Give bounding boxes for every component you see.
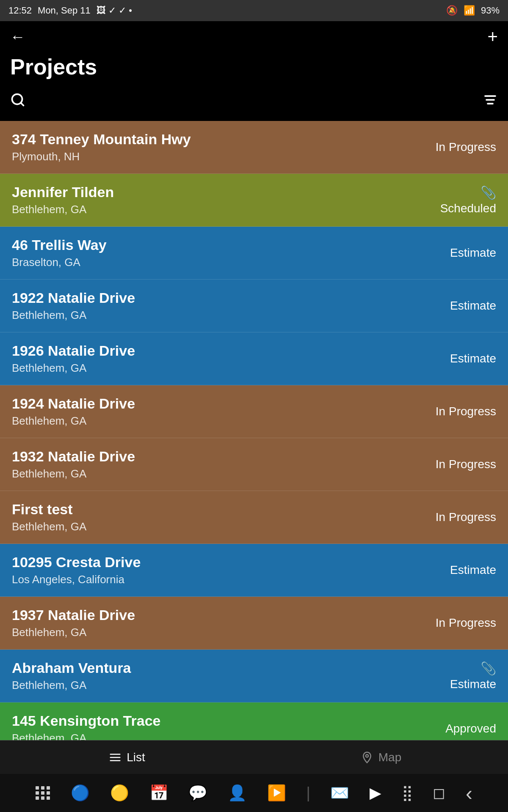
project-location: Bethlehem, GA <box>12 520 436 533</box>
list-item[interactable]: 1937 Natalie DriveBethlehem, GAIn Progre… <box>0 597 508 650</box>
project-name: 10295 Cresta Drive <box>12 554 450 571</box>
list-tab[interactable]: List <box>0 751 254 764</box>
svg-point-8 <box>366 754 368 757</box>
bottom-nav: List Map <box>0 740 508 774</box>
project-status: Estimate <box>450 246 496 260</box>
status-bar-right: 🔕 📶 93% <box>446 5 500 16</box>
project-name: 46 Trellis Way <box>12 237 450 253</box>
project-status: In Progress <box>436 140 496 154</box>
map-tab[interactable]: Map <box>254 751 508 764</box>
project-name: 374 Tenney Mountain Hwy <box>12 131 436 148</box>
wifi-icon: 📶 <box>464 5 475 16</box>
status-label: In Progress <box>436 616 496 630</box>
project-name: 1922 Natalie Drive <box>12 290 450 306</box>
page-title: Projects <box>10 50 498 88</box>
attachment-icon: 📎 <box>480 185 496 200</box>
status-label: In Progress <box>436 140 496 154</box>
header: ← + Projects <box>0 21 508 121</box>
home-icon[interactable]: ◻ <box>433 784 445 802</box>
android-nav-bar: 🔵 🟡 📅 💬 👤 ▶️ | ✉️ ▶ ⣿ ◻ ‹ <box>0 774 508 812</box>
apps-icon[interactable] <box>36 786 51 800</box>
map-tab-label: Map <box>378 751 401 764</box>
back-button[interactable]: ← <box>10 28 25 46</box>
project-name: Jennifer Tilden <box>12 184 440 200</box>
recents-icon[interactable]: ⣿ <box>402 784 413 802</box>
gmail-icon[interactable]: ✉️ <box>330 784 349 802</box>
project-location: Bethlehem, GA <box>12 626 436 639</box>
calendar-icon[interactable]: 📅 <box>149 784 168 802</box>
project-status: In Progress <box>436 510 496 524</box>
project-location: Bethlehem, GA <box>12 362 450 375</box>
contacts-icon[interactable]: 👤 <box>228 784 247 802</box>
status-label: In Progress <box>436 510 496 524</box>
project-location: Braselton, GA <box>12 256 450 269</box>
project-location: Plymouth, NH <box>12 150 436 163</box>
project-list: 374 Tenney Mountain HwyPlymouth, NHIn Pr… <box>0 121 508 755</box>
project-name: 145 Kensington Trace <box>12 713 445 729</box>
status-label: Estimate <box>450 352 496 365</box>
list-tab-label: List <box>127 751 145 764</box>
project-location: Bethlehem, GA <box>12 309 450 322</box>
project-location: Bethlehem, GA <box>12 467 436 480</box>
status-bar: 12:52 Mon, Sep 11 🖼 ✓ ✓ • 🔕 📶 93% <box>0 0 508 21</box>
project-info: First testBethlehem, GA <box>12 501 436 533</box>
project-info: 1924 Natalie DriveBethlehem, GA <box>12 395 436 428</box>
messages-icon[interactable]: 💬 <box>188 784 207 802</box>
search-bar <box>10 88 498 121</box>
project-name: Abraham Ventura <box>12 660 450 676</box>
project-info: 10295 Cresta DriveLos Angeles, Californi… <box>12 554 450 586</box>
header-top: ← + <box>10 28 498 46</box>
project-status: Estimate <box>450 299 496 313</box>
project-status: 📎Estimate <box>450 661 496 691</box>
search-icon[interactable] <box>10 92 25 111</box>
divider: | <box>306 784 310 802</box>
project-name: 1924 Natalie Drive <box>12 395 436 412</box>
project-location: Bethlehem, GA <box>12 679 450 692</box>
status-label: Estimate <box>450 299 496 313</box>
status-bar-left: 12:52 Mon, Sep 11 🖼 ✓ ✓ • <box>8 5 132 16</box>
project-name: 1937 Natalie Drive <box>12 607 436 623</box>
project-info: Abraham VenturaBethlehem, GA <box>12 660 450 692</box>
status-label: Scheduled <box>440 202 496 215</box>
youtube-icon[interactable]: ▶️ <box>267 784 286 802</box>
project-status: Estimate <box>450 563 496 577</box>
list-item[interactable]: 1932 Natalie DriveBethlehem, GAIn Progre… <box>0 438 508 491</box>
status-label: In Progress <box>436 405 496 418</box>
back-nav-icon[interactable]: ‹ <box>466 782 472 805</box>
list-item[interactable]: 1922 Natalie DriveBethlehem, GAEstimate <box>0 280 508 332</box>
list-item[interactable]: First testBethlehem, GAIn Progress <box>0 491 508 544</box>
list-item[interactable]: 374 Tenney Mountain HwyPlymouth, NHIn Pr… <box>0 121 508 174</box>
list-item[interactable]: 1926 Natalie DriveBethlehem, GAEstimate <box>0 332 508 385</box>
list-item[interactable]: Abraham VenturaBethlehem, GA📎Estimate <box>0 650 508 702</box>
add-button[interactable]: + <box>487 28 498 46</box>
list-item[interactable]: 46 Trellis WayBraselton, GAEstimate <box>0 227 508 280</box>
project-status: Estimate <box>450 352 496 365</box>
status-label: Estimate <box>450 678 496 691</box>
project-location: Bethlehem, GA <box>12 203 440 216</box>
project-name: 1932 Natalie Drive <box>12 448 436 465</box>
project-name: 1926 Natalie Drive <box>12 343 450 359</box>
files-icon[interactable]: 🟡 <box>110 784 129 802</box>
svg-line-1 <box>21 103 24 106</box>
project-info: Jennifer TildenBethlehem, GA <box>12 184 440 216</box>
battery-level: 93% <box>481 5 500 16</box>
list-item[interactable]: 1924 Natalie DriveBethlehem, GAIn Progre… <box>0 385 508 438</box>
project-status: 📎Scheduled <box>440 185 496 215</box>
status-icons: 🖼 ✓ ✓ • <box>97 5 132 16</box>
list-item[interactable]: 10295 Cresta DriveLos Angeles, Californi… <box>0 544 508 597</box>
attachment-icon: 📎 <box>480 661 496 676</box>
chrome-icon[interactable]: 🔵 <box>71 784 90 802</box>
project-status: In Progress <box>436 405 496 418</box>
project-info: 374 Tenney Mountain HwyPlymouth, NH <box>12 131 436 163</box>
filter-icon[interactable] <box>483 92 498 111</box>
status-label: Estimate <box>450 246 496 260</box>
project-location: Los Angeles, California <box>12 573 450 586</box>
play-icon[interactable]: ▶ <box>370 784 381 802</box>
status-label: In Progress <box>436 458 496 471</box>
project-status: Approved <box>445 722 496 735</box>
status-label: Estimate <box>450 563 496 577</box>
list-item[interactable]: Jennifer TildenBethlehem, GA📎Scheduled <box>0 174 508 227</box>
project-status: In Progress <box>436 616 496 630</box>
status-date: Mon, Sep 11 <box>38 5 91 16</box>
mute-icon: 🔕 <box>446 5 458 16</box>
